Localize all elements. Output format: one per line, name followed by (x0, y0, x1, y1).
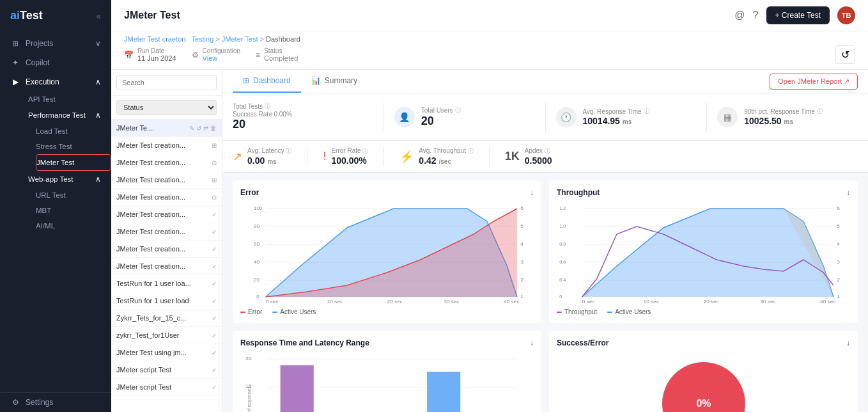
svg-text:0.6: 0.6 (559, 260, 566, 265)
sidebar-item-url-test[interactable]: URL Test (36, 187, 111, 203)
svg-text:0 sec: 0 sec (266, 299, 279, 305)
test-list-item[interactable]: JMeter script Test✓ (111, 379, 222, 396)
stat-error-rate: ! Error Rate ⓘ 100.00% (323, 147, 368, 166)
test-list-item[interactable]: JMeter Test using jm...✓ (111, 344, 222, 361)
legend-throughput: Throughput (557, 308, 597, 315)
sidebar-item-jmeter-test[interactable]: JMeter Test (36, 154, 111, 171)
mention-icon-btn[interactable]: @ (734, 10, 745, 21)
latency-icon: ↗ (233, 150, 242, 164)
sidebar-item-ai-ml[interactable]: AI/ML (36, 218, 111, 234)
error-chart-download[interactable]: ↓ (530, 188, 534, 197)
test-list-item[interactable]: zykrr_Test_for1User✓ (111, 327, 222, 344)
test-item-name: JMeter Test creation... (116, 141, 212, 149)
open-jmeter-report-button[interactable]: Open JMeter Report ↗ (770, 74, 858, 90)
test-list-item[interactable]: JMeter Te...✎↺⇌🗑 (111, 120, 222, 137)
svg-text:5: 5 (520, 223, 523, 229)
sidebar-item-stress-test[interactable]: Stress Test (36, 139, 111, 154)
test-list-item[interactable]: JMeter Test creation...⊙ (111, 189, 222, 206)
test-list-item[interactable]: JMeter Test creation...✓ (111, 241, 222, 258)
legend-error: Error (240, 308, 262, 315)
sub-header: JMeter Test craeton Testing > JMeter Tes… (111, 31, 868, 70)
svg-text:3: 3 (520, 259, 523, 265)
response-time-chart-title: Response Time and Latency Range ↓ (240, 338, 534, 347)
sidebar-item-api-test[interactable]: API Test (18, 91, 111, 107)
test-list-item[interactable]: JMeter Test creation...⊙ (111, 154, 222, 171)
stat-avg-response: 🕐 Avg. Response Time ⓘ 10014.95 ms (556, 102, 697, 131)
tab-summary[interactable]: 📊 Summary (301, 70, 368, 93)
search-input[interactable] (116, 75, 217, 90)
test-item-name: TestRun for 1 user loa... (116, 280, 212, 287)
throughput-chart-download[interactable]: ↓ (846, 188, 850, 197)
sidebar-item-performance-test[interactable]: Performance Test ∧ (18, 107, 111, 123)
configuration-item: ⚙ Configuration View (192, 47, 240, 62)
test-list-item[interactable]: JMeter Test creation...✓ (111, 258, 222, 275)
test-list-item[interactable]: JMeter Test creation...⊞ (111, 171, 222, 189)
sidebar-item-execution[interactable]: ▶ Execution ∧ (0, 72, 111, 91)
sidebar-item-copilot[interactable]: ✦ Copilot (0, 53, 111, 72)
configuration-value[interactable]: View (203, 54, 240, 62)
test-list-item[interactable]: Zykrr_Tets_for_15_c...✓ (111, 310, 222, 327)
status-value: Completed (264, 54, 298, 62)
success-error-download[interactable]: ↓ (846, 338, 850, 347)
test-item-name: JMeter Test creation... (116, 228, 212, 235)
run-date-value: 11 Jun 2024 (137, 54, 176, 62)
sidebar-item-settings[interactable]: ⚙ Settings (0, 392, 111, 412)
stat-apdex: 1K Apdex ⓘ 0.5000 (505, 147, 552, 166)
test-list: JMeter Te...✎↺⇌🗑JMeter Test creation...⊞… (111, 120, 222, 396)
svg-text:6: 6 (520, 205, 523, 211)
sidebar-item-label: Execution (26, 77, 59, 86)
sidebar-item-web-app-test[interactable]: Web-app Test ∧ (18, 171, 111, 187)
svg-text:20 sec: 20 sec (387, 299, 403, 305)
stat-total-tests: Total Tests ⓘ Success Rate 0.00% 20 (233, 102, 373, 131)
sidebar-item-label: JMeter Test (36, 159, 74, 166)
throughput-icon: ⚡ (399, 150, 414, 164)
test-item-name: JMeter Test creation... (116, 245, 212, 253)
sidebar-item-mbt[interactable]: MBT (36, 203, 111, 218)
svg-text:of responses: of responses (247, 386, 252, 412)
sidebar-nav: ⊞ Projects ∨ ✦ Copilot ▶ Execution ∧ API… (0, 31, 111, 236)
create-test-button[interactable]: + Create Test (766, 6, 830, 24)
svg-text:20 sec: 20 sec (704, 299, 720, 305)
test-list-item[interactable]: TestRun for 1 user load✓ (111, 292, 222, 310)
help-icon-btn[interactable]: ? (753, 10, 759, 21)
error-chart-svg: 100 80 60 40 20 0 6 5 4 3 2 1 (240, 202, 534, 305)
throughput-chart-card: Throughput ↓ 1.2 1.0 0.8 0.6 0.4 0 (549, 180, 858, 323)
svg-text:1.2: 1.2 (559, 206, 566, 211)
collapse-icon[interactable]: « (96, 11, 101, 21)
svg-text:0 sec: 0 sec (582, 299, 595, 305)
test-list-item[interactable]: JMeter Test creation...✓ (111, 206, 222, 223)
grid-icon: ▦ (717, 107, 738, 127)
test-list-item[interactable]: TestRun for 1 user loa...✓ (111, 275, 222, 292)
error-chart-title: Error ↓ (240, 188, 534, 197)
stat-total-users: 👤 Total Users ⓘ 20 (394, 102, 535, 131)
execution-submenu: API Test Performance Test ∧ Load Test St… (0, 91, 111, 234)
test-list-item[interactable]: JMeter Test creation...✓ (111, 223, 222, 241)
sidebar-item-label: Web-app Test (28, 175, 74, 183)
projects-icon: ⊞ (10, 39, 20, 48)
breadcrumb: JMeter Test craeton Testing > JMeter Tes… (124, 35, 855, 43)
run-date-item: 📅 Run Date 11 Jun 2024 (124, 47, 176, 62)
response-time-svg: 20 15 10 0 of responses (240, 353, 534, 412)
configuration-label: Configuration (203, 47, 240, 54)
breadcrumb-testing[interactable]: Testing (191, 35, 213, 43)
calendar-icon: 📅 (124, 51, 134, 59)
svg-text:4: 4 (520, 241, 523, 247)
sidebar-item-projects[interactable]: ⊞ Projects ∨ (0, 34, 111, 53)
refresh-button[interactable]: ↺ (835, 45, 855, 64)
stats-row-2: ↗ Avg. Latency ⓘ 0.00 ms ! Error Rate ⓘ … (222, 141, 868, 173)
error-chart-legend: Error Active Users (240, 308, 534, 315)
apdex-icon: 1K (505, 150, 520, 163)
tab-dashboard[interactable]: ⊞ Dashboard (233, 70, 301, 93)
logo: aiTest (10, 9, 43, 22)
test-list-item[interactable]: JMeter Test creation...⊞ (111, 137, 222, 154)
total-tests-label: Total Tests (233, 103, 263, 110)
svg-text:0: 0 (559, 294, 562, 299)
status-select[interactable]: Status (116, 100, 217, 115)
sidebar-item-label: Load Test (36, 127, 68, 135)
breadcrumb-jmeter[interactable]: JMeter Test (222, 35, 258, 43)
test-list-item[interactable]: JMeter script Test✓ (111, 361, 222, 379)
throughput-chart-svg: 1.2 1.0 0.8 0.6 0.4 0 6 5 4 3 2 (557, 202, 850, 305)
response-time-download[interactable]: ↓ (530, 338, 534, 347)
sidebar-item-load-test[interactable]: Load Test (36, 123, 111, 139)
sidebar-logo: aiTest « (0, 0, 111, 31)
